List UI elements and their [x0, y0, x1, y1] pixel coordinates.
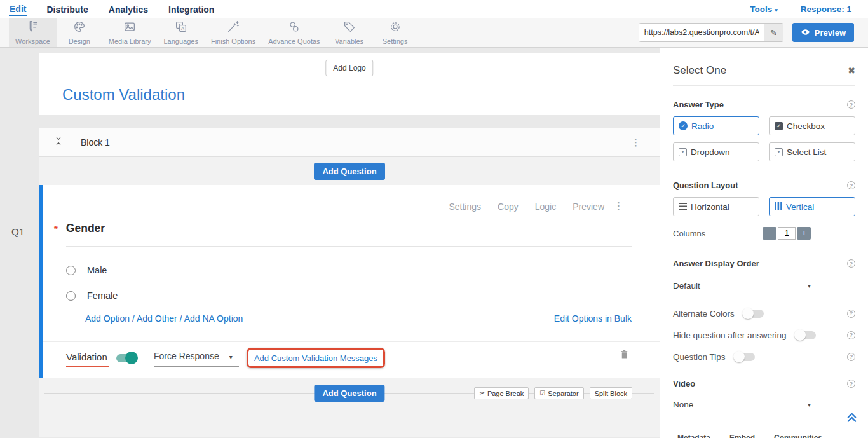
add-question-button-top[interactable]: Add Question [314, 163, 384, 180]
help-icon[interactable] [847, 181, 855, 189]
workspace-icon [25, 20, 39, 36]
chevron-down-icon: ▾ [808, 282, 811, 289]
add-custom-validation-messages-link[interactable]: Add Custom Validation Messages [254, 353, 377, 363]
block-footer: Add Question ✂Page Break ☑Separator Spli… [39, 378, 660, 437]
block-menu-dots-icon[interactable]: ⋮ [631, 137, 641, 148]
video-dropdown[interactable]: None ▾ [673, 400, 811, 409]
tag-icon [342, 20, 356, 36]
answer-type-radio-button[interactable]: Radio [673, 116, 759, 135]
add-question-button-bottom[interactable]: Add Question [314, 385, 384, 402]
question-logic-link[interactable]: Logic [535, 202, 556, 212]
help-icon[interactable] [847, 353, 855, 361]
answer-option-label[interactable]: Male [87, 265, 107, 275]
checkbox-icon [775, 122, 783, 130]
answer-display-order-dropdown[interactable]: Default ▾ [673, 281, 811, 291]
question-index: Q1 [11, 226, 24, 237]
help-icon[interactable] [847, 100, 855, 109]
add-option-link[interactable]: Add Option [85, 313, 130, 324]
svg-text:A: A [181, 25, 184, 31]
toolbar-tab-advance-quotas[interactable]: Advance Quotas [262, 18, 326, 47]
answer-type-options: Radio Checkbox Dropdown Select List [673, 116, 855, 161]
tools-dropdown[interactable]: Tools▾ [750, 4, 778, 14]
edit-options-in-bulk-link[interactable]: Edit Options in Bulk [554, 313, 632, 324]
check-circle-icon [679, 121, 688, 130]
help-icon[interactable] [847, 259, 855, 268]
dropdown-box-icon [775, 148, 783, 156]
palette-icon [72, 20, 86, 36]
horizontal-bars-icon [679, 202, 687, 212]
close-icon[interactable]: ✖ [848, 65, 855, 76]
answer-type-checkbox-button[interactable]: Checkbox [769, 116, 855, 135]
toolbar-tab-variables[interactable]: Variables [327, 18, 372, 47]
toolbar-tab-languages[interactable]: *A Languages [157, 18, 204, 47]
question-title-divider [66, 246, 632, 247]
toolbar-tab-media-library[interactable]: Media Library [102, 18, 158, 47]
add-logo-button[interactable]: Add Logo [325, 60, 373, 76]
layout-horizontal-button[interactable]: Horizontal [673, 197, 759, 216]
layout-vertical-button[interactable]: Vertical [769, 197, 855, 216]
tab-embed[interactable]: Embed [729, 434, 755, 438]
question-title[interactable]: Gender [66, 222, 105, 235]
radio-button-icon[interactable] [66, 291, 76, 301]
survey-canvas: Q1 Add Logo Custom Validation Block 1 ⋮ … [0, 48, 660, 438]
nav-item-integration[interactable]: Integration [168, 3, 215, 15]
answer-display-order-label: Answer Display Order [673, 259, 759, 268]
answer-type-select-list-button[interactable]: Select List [769, 142, 855, 161]
toolbar-tab-settings[interactable]: Settings [372, 18, 418, 47]
edit-url-pencil-icon[interactable]: ✎ [764, 24, 783, 41]
toolbar-tab-design[interactable]: Design [57, 18, 102, 47]
hide-question-toggle[interactable] [796, 331, 816, 339]
question-tips-toggle[interactable] [735, 353, 755, 361]
eye-icon [801, 28, 810, 38]
toolbar-tab-workspace[interactable]: Workspace [9, 18, 57, 47]
radio-button-icon[interactable] [66, 266, 76, 275]
block-title[interactable]: Block 1 [81, 137, 110, 147]
columns-minus-button[interactable]: − [763, 227, 776, 240]
help-icon[interactable] [847, 310, 855, 318]
page-break-button[interactable]: ✂Page Break [474, 387, 529, 399]
nav-item-distribute[interactable]: Distribute [46, 3, 88, 15]
tab-metadata[interactable]: Metadata [677, 434, 710, 438]
add-na-option-link[interactable]: Add NA Option [184, 313, 243, 324]
question-copy-link[interactable]: Copy [498, 202, 519, 212]
nav-item-edit[interactable]: Edit [9, 2, 27, 16]
panel-divider [673, 85, 855, 86]
toolbar-tab-finish-options[interactable]: Finish Options [205, 18, 262, 47]
separator-button[interactable]: ☑Separator [534, 387, 583, 399]
nav-item-analytics[interactable]: Analytics [108, 3, 149, 15]
survey-header-card: Add Logo Custom Validation [39, 53, 660, 115]
answer-type-dropdown-button[interactable]: Dropdown [673, 142, 759, 161]
question-preview-link[interactable]: Preview [573, 202, 604, 212]
vertical-bars-icon [775, 202, 782, 212]
add-other-link[interactable]: Add Other [137, 313, 177, 324]
required-asterisk: * [54, 223, 58, 234]
columns-plus-button[interactable]: + [797, 227, 811, 240]
block-header: Block 1 ⋮ [39, 128, 660, 157]
top-nav: Edit Distribute Analytics Integration To… [0, 0, 868, 18]
tab-communities[interactable]: Communities [774, 434, 822, 438]
survey-url-input[interactable] [639, 24, 764, 41]
survey-title[interactable]: Custom Validation [62, 86, 185, 104]
alternate-colors-toggle[interactable] [743, 310, 764, 318]
response-count-link[interactable]: Response: 1 [801, 4, 851, 14]
gear-icon [388, 20, 402, 36]
question-menu-dots-icon[interactable]: ⋮ [614, 200, 623, 212]
collapse-block-icon[interactable] [53, 135, 64, 149]
validation-toggle[interactable] [116, 354, 137, 362]
help-icon[interactable] [847, 380, 855, 388]
add-question-strip-top: Add Question [39, 157, 660, 185]
delete-question-trash-icon[interactable] [620, 349, 629, 362]
preview-button[interactable]: Preview [792, 23, 854, 42]
help-icon[interactable] [847, 331, 855, 339]
columns-value-input[interactable] [778, 227, 796, 240]
scroll-to-top-icon[interactable] [846, 411, 858, 425]
question-settings-link[interactable]: Settings [449, 202, 481, 212]
answer-option-label[interactable]: Female [87, 291, 118, 301]
split-block-button[interactable]: Split Block [590, 387, 632, 399]
question-settings-panel: Select One ✖ Answer Type Radio Checkbox … [660, 48, 868, 438]
answer-option-row: Male [66, 265, 107, 275]
chevron-down-icon: ▾ [775, 7, 778, 13]
alternate-colors-label: Alternate Colors [673, 309, 735, 318]
force-response-dropdown[interactable]: Force Response▾ [154, 351, 239, 367]
question-tips-row: Question Tips [673, 351, 855, 362]
